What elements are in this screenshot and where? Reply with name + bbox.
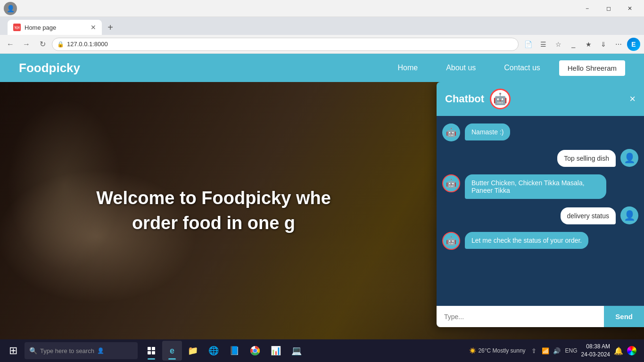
nav-links: Home About us Contact us bbox=[397, 64, 540, 72]
close-button[interactable]: ✕ bbox=[619, 0, 640, 17]
favorites-bar-icon[interactable]: ★ bbox=[582, 38, 595, 51]
more-menu-button[interactable]: ⋯ bbox=[612, 38, 625, 51]
clock-time: 08:38 AM bbox=[581, 343, 610, 351]
system-clock: 08:38 AM 24-03-2024 bbox=[581, 343, 610, 359]
website-content: Foodpicky Home About us Contact us Hello… bbox=[0, 54, 644, 339]
security-icon: 🔒 bbox=[57, 41, 64, 48]
browser-tab-bar: 🍽 Home page ✕ + bbox=[0, 17, 644, 35]
system-tray: ☀️ 26°C Mostly sunny ⇧ 📶 🔊 ENG 08:38 AM … bbox=[469, 343, 640, 359]
minimize-button[interactable]: − bbox=[577, 0, 598, 17]
user-bubble-1: Top selling dish bbox=[557, 150, 616, 167]
hero-section: Welcome to Foodpicky whe order food in o… bbox=[0, 82, 644, 339]
address-bar[interactable]: 🔒 127.0.0.1:8000 bbox=[52, 38, 519, 51]
volume-icon[interactable]: 🔊 bbox=[552, 346, 561, 355]
site-logo: Foodpicky bbox=[19, 61, 80, 75]
notification-center-icon[interactable]: 🔔 bbox=[614, 346, 623, 355]
favorites-icon[interactable]: ☆ bbox=[552, 38, 565, 51]
forward-button[interactable]: → bbox=[20, 38, 33, 51]
weather-text: 26°C Mostly sunny bbox=[478, 347, 525, 354]
chatbot-widget: Chatbot 🤖 × 🤖 Namaste :) Top selling dis… bbox=[437, 82, 644, 327]
chrome-taskbar-icon[interactable] bbox=[245, 341, 265, 361]
taskbar-search-icon: 🔍 bbox=[29, 347, 37, 354]
bot-message-2: 🤖 Butter Chicken, Chicken Tikka Masala, … bbox=[442, 174, 638, 199]
search-taskbar-icon[interactable]: 🌐 bbox=[204, 341, 223, 361]
nav-link-contact[interactable]: Contact us bbox=[504, 64, 540, 72]
reader-mode-icon[interactable]: ☰ bbox=[537, 38, 550, 51]
powerpoint-taskbar-icon[interactable]: 📊 bbox=[266, 341, 286, 361]
bot-bubble-3: Let me check the status of your order. bbox=[465, 232, 588, 249]
svg-rect-0 bbox=[148, 347, 151, 350]
user-bubble-2: delivery status bbox=[561, 207, 616, 224]
browser-toolbar: ← → ↻ 🔒 127.0.0.1:8000 📄 ☰ ☆ ⎯ ★ ⇓ ⋯ E bbox=[0, 35, 644, 54]
clock-date: 24-03-2024 bbox=[581, 351, 610, 359]
chatbot-title: Chatbot bbox=[445, 93, 484, 105]
edge-browser-taskbar-icon[interactable]: e bbox=[162, 341, 182, 361]
hero-line1: Welcome to Foodpicky whe bbox=[96, 188, 331, 208]
back-button[interactable]: ← bbox=[4, 38, 17, 51]
tab-favicon: 🍽 bbox=[13, 24, 21, 31]
word-taskbar-icon[interactable]: 📘 bbox=[224, 341, 244, 361]
edge-copilot-icon[interactable]: E bbox=[627, 38, 640, 51]
toolbar-actions: 📄 ☰ ☆ ⎯ ★ ⇓ ⋯ E bbox=[521, 38, 640, 51]
chatbot-close-button[interactable]: × bbox=[629, 94, 636, 104]
bot-avatar-2: 🤖 bbox=[442, 174, 460, 192]
profile-icon[interactable]: 👤 bbox=[4, 2, 17, 15]
bot-avatar-1: 🤖 bbox=[442, 123, 460, 141]
restore-button[interactable]: ◻ bbox=[598, 0, 619, 17]
svg-rect-1 bbox=[152, 347, 155, 350]
color-settings-icon[interactable] bbox=[627, 346, 636, 355]
weather-sun-icon: ☀️ bbox=[469, 347, 476, 354]
split-screen-icon[interactable]: ⎯ bbox=[567, 38, 580, 51]
chatbot-input-row: Send bbox=[437, 305, 644, 327]
chatbot-input-field[interactable] bbox=[437, 306, 604, 327]
chatbot-header: Chatbot 🤖 × bbox=[437, 82, 644, 116]
hero-line2: order food in one g bbox=[132, 213, 295, 233]
user-avatar-2: 👤 bbox=[620, 206, 638, 224]
svg-rect-3 bbox=[152, 351, 155, 354]
file-explorer-taskbar-icon[interactable]: 📁 bbox=[183, 341, 203, 361]
nav-link-about[interactable]: About us bbox=[446, 64, 476, 72]
chevron-up-icon[interactable]: ⇧ bbox=[529, 346, 539, 355]
chatbot-messages: 🤖 Namaste :) Top selling dish 👤 🤖 bbox=[437, 116, 644, 305]
bot-bubble-2: Butter Chicken, Chicken Tikka Masala, Pa… bbox=[465, 174, 606, 199]
taskbar: ⊞ 🔍 Type here to search 👤 e 📁 🌐 📘 bbox=[0, 339, 644, 362]
vscode-taskbar-icon[interactable]: 💻 bbox=[287, 341, 306, 361]
active-tab[interactable]: 🍽 Home page ✕ bbox=[8, 20, 102, 35]
tab-close-button[interactable]: ✕ bbox=[91, 24, 96, 31]
collections-icon[interactable]: 📄 bbox=[521, 38, 535, 51]
user-message-1: Top selling dish 👤 bbox=[442, 149, 638, 167]
weather-widget: ☀️ 26°C Mostly sunny bbox=[469, 347, 525, 354]
downloads-icon[interactable]: ⇓ bbox=[597, 38, 610, 51]
svg-point-6 bbox=[254, 349, 257, 353]
titlebar-controls: − ◻ ✕ bbox=[577, 0, 640, 17]
nav-link-home[interactable]: Home bbox=[397, 64, 418, 72]
start-button[interactable]: ⊞ bbox=[4, 341, 23, 360]
user-message-2: delivery status 👤 bbox=[442, 206, 638, 224]
bot-avatar-3: 🤖 bbox=[442, 232, 460, 250]
chatbot-send-button[interactable]: Send bbox=[604, 306, 644, 327]
refresh-button[interactable]: ↻ bbox=[36, 38, 49, 51]
tab-title: Home page bbox=[25, 24, 56, 31]
taskbar-app-icons: e 📁 🌐 📘 📊 💻 bbox=[141, 341, 306, 361]
hero-text: Welcome to Foodpicky whe order food in o… bbox=[96, 186, 331, 236]
taskbar-search-text: Type here to search bbox=[40, 347, 94, 354]
new-tab-button[interactable]: + bbox=[104, 21, 117, 34]
site-navbar: Foodpicky Home About us Contact us Hello… bbox=[0, 54, 644, 82]
bot-bubble-1: Namaste :) bbox=[465, 123, 510, 140]
chatbot-robot-icon: 🤖 bbox=[490, 89, 511, 109]
taskbar-search-bar[interactable]: 🔍 Type here to search 👤 bbox=[25, 342, 138, 359]
bot-message-1: 🤖 Namaste :) bbox=[442, 123, 638, 141]
user-avatar-1: 👤 bbox=[620, 149, 638, 167]
cortana-avatar: 👤 bbox=[97, 347, 104, 354]
network-icon[interactable]: 📶 bbox=[541, 346, 550, 355]
svg-rect-2 bbox=[148, 351, 151, 354]
tray-icons: ⇧ 📶 🔊 bbox=[529, 346, 561, 355]
hello-user-button[interactable]: Hello Shreeram bbox=[559, 60, 625, 76]
url-text: 127.0.0.1:8000 bbox=[67, 41, 108, 48]
task-view-button[interactable] bbox=[141, 341, 161, 361]
browser-titlebar: 👤 − ◻ ✕ bbox=[0, 0, 644, 17]
bot-message-3: 🤖 Let me check the status of your order. bbox=[442, 232, 638, 250]
language-selector[interactable]: ENG bbox=[565, 347, 578, 354]
